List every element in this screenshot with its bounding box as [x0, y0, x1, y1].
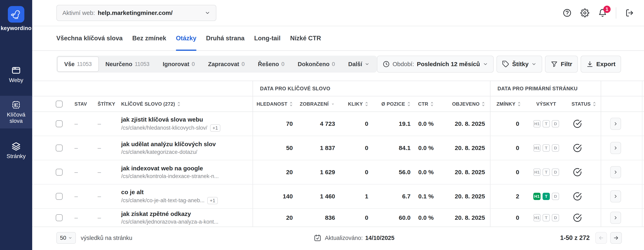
vyskyt-badges: H1 T D [521, 184, 564, 208]
row-open-button[interactable] [610, 166, 621, 178]
page-size-select[interactable]: 50 [56, 232, 76, 244]
status-chip-ignorovat[interactable]: Ignorovat0 [156, 56, 202, 72]
hledanost-value: 70 [252, 112, 295, 136]
chip-label: Ignorovat [163, 61, 190, 68]
keywordino-logo[interactable] [8, 6, 24, 23]
url-more-badge[interactable]: +1 [207, 197, 218, 204]
logout-icon[interactable] [625, 9, 634, 17]
sort-desc-icon [331, 103, 335, 105]
column-status[interactable]: STATUS [564, 96, 601, 111]
chip-count: 0 [192, 61, 195, 67]
period-select[interactable]: Období: Posledních 12 měsíců [377, 56, 494, 73]
h1-badge: H1 [533, 193, 540, 200]
active-web-select[interactable]: Aktivní web: help.marketingminer.com/ [56, 5, 216, 21]
sidebar-item-kl-ov-slova[interactable]: Klíčová slova [0, 96, 32, 129]
funnel-icon [550, 60, 558, 68]
table-row: – – jak získat zpětné odkazy /cs/clanek/… [32, 209, 644, 227]
keyword-link[interactable]: co je alt [121, 189, 144, 196]
status-chip-v-e[interactable]: Vše11053 [57, 56, 99, 72]
keyword-link[interactable]: jak zjistit klíčová slova webu [121, 116, 203, 123]
select-all-checkbox[interactable] [56, 101, 62, 107]
chip-label: Dokončeno [298, 61, 330, 68]
chip-label: Řešeno [258, 61, 279, 68]
column-pozice[interactable]: Ø POZICE [370, 96, 412, 111]
row-checkbox[interactable] [56, 169, 62, 176]
tab-n-zk-ctr[interactable]: Nízké CTR [290, 26, 321, 50]
description-badge: D [552, 214, 559, 221]
check-circle-icon [573, 119, 582, 128]
tab-bez-zm-nek[interactable]: Bez zmínek [132, 26, 166, 50]
tab-v-echna-kl-ov-slova[interactable]: Všechna klíčová slova [56, 26, 122, 50]
next-page-button[interactable] [610, 232, 622, 244]
pozice-value: 56.0 [370, 160, 412, 184]
logo-text: keywordino [0, 25, 32, 32]
status-chip-dokon-eno[interactable]: Dokončeno0 [291, 56, 342, 72]
zobrazeni-value: 1 837 [295, 136, 337, 160]
title-badge: T [542, 144, 550, 152]
column-zobrazeni[interactable]: ZOBRAZENÍ [295, 96, 337, 111]
description-badge: D [552, 144, 559, 152]
chevron-right-icon [613, 121, 618, 127]
topbar: Aktivní web: help.marketingminer.com/ 1 [32, 0, 644, 26]
row-open-button[interactable] [610, 118, 621, 130]
column-stav[interactable]: STAV [68, 96, 90, 111]
title-badge: T [542, 120, 550, 128]
keyword-link[interactable]: jak udělat analýzu klíčových slov [121, 141, 216, 148]
ctr-value: 0.0 % [412, 112, 436, 136]
updated-label: Aktualizováno: [325, 235, 363, 241]
hledanost-value: 50 [252, 136, 295, 160]
chevron-right-icon [613, 145, 618, 151]
layers-icon [12, 142, 21, 151]
chevron-down-icon [365, 62, 370, 67]
vyskyt-badges: H1 T D [521, 160, 564, 184]
pozice-value: 19.1 [370, 112, 412, 136]
tab-druh-strana[interactable]: Druhá strana [206, 26, 244, 50]
sidebar-item-weby[interactable]: Weby [0, 61, 32, 88]
stitky-empty-value: – [98, 120, 101, 127]
export-button[interactable]: Export [580, 56, 621, 73]
kliky-value: 0 [337, 112, 370, 136]
status-chip--e-eno[interactable]: Řešeno0 [251, 56, 291, 72]
status-chip-zapracovat[interactable]: Zapracovat0 [202, 56, 251, 72]
gear-icon[interactable] [580, 9, 589, 17]
column-stitky[interactable]: ŠTÍTKY [90, 96, 117, 111]
tab-ot-zky[interactable]: Otázky [176, 26, 196, 50]
keyword-link[interactable]: jak získat zpětné odkazy [121, 210, 191, 217]
sidebar-item-str-nky[interactable]: Stránky [0, 137, 32, 164]
help-icon[interactable] [563, 9, 572, 17]
filter-button-label: Filtr [561, 61, 572, 68]
tags-button[interactable]: Štítky [496, 56, 542, 73]
row-open-button[interactable] [610, 212, 621, 224]
column-kliky[interactable]: KLIKY [337, 96, 370, 111]
row-checkbox[interactable] [56, 214, 62, 221]
sort-icon [177, 101, 180, 107]
column-objeveno[interactable]: OBJEVENO [436, 96, 490, 111]
table-group-header: DATA PRO KLÍČOVÉ SLOVO DATA PRO PRIMÁRNÍ… [32, 81, 644, 96]
tab-long-tail[interactable]: Long-tail [254, 26, 280, 50]
sort-icon [365, 101, 368, 107]
column-zminky[interactable]: ZMÍNKY [490, 96, 521, 111]
status-chip-dal-[interactable]: Další [342, 56, 376, 72]
prev-page-button[interactable] [595, 232, 607, 244]
keyword-link[interactable]: jak indexovat web na google [121, 165, 203, 172]
row-open-button[interactable] [610, 142, 621, 154]
ctr-value: 0.0 % [412, 160, 436, 184]
column-ctr[interactable]: CTR [412, 96, 436, 111]
filter-button[interactable]: Filtr [545, 56, 578, 73]
url-more-badge[interactable]: +1 [210, 124, 220, 132]
column-zobrazeni-label: ZOBRAZENÍ [300, 101, 329, 107]
row-open-button[interactable] [610, 190, 621, 202]
bell-icon[interactable]: 1 [598, 9, 607, 17]
row-checkbox[interactable] [56, 120, 62, 127]
column-hledanost[interactable]: HLEDANOST [252, 96, 295, 111]
column-keyword[interactable]: KLÍČOVÉ SLOVO (272) [117, 96, 252, 111]
stav-empty-value: – [74, 120, 78, 127]
filter-buttons: Období: Posledních 12 měsíců Štítky Filt… [377, 56, 621, 73]
keyword-url: /cs/clanek/co-je-alt-text-tag-aneb... [121, 197, 204, 204]
period-value: Posledních 12 měsíců [417, 61, 480, 68]
export-button-label: Export [596, 61, 616, 68]
status-chip-neur-eno[interactable]: Neurčeno11053 [99, 56, 156, 72]
chevron-down-icon [531, 61, 536, 67]
row-checkbox[interactable] [56, 145, 62, 151]
row-checkbox[interactable] [56, 193, 62, 200]
